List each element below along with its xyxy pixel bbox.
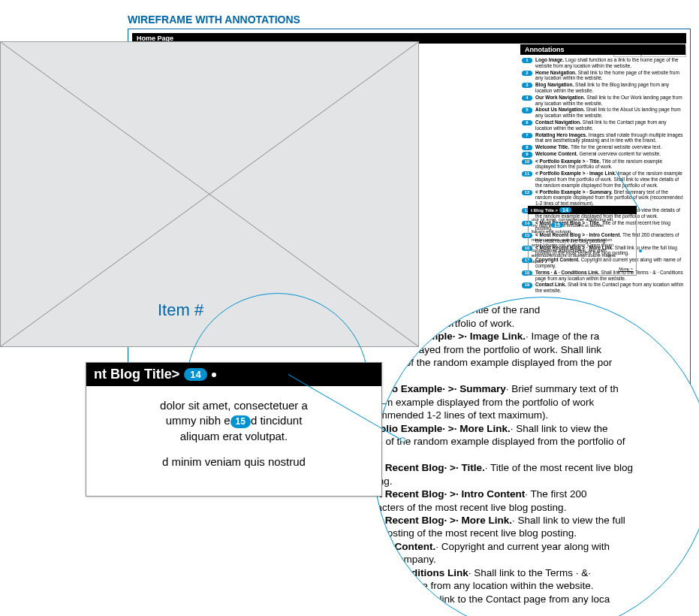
hero-image-placeholder: [0, 41, 419, 347]
annotation-row: 6Contact Navigation. Shall link to the C…: [522, 119, 684, 131]
connector-end-dot-icon: [400, 437, 405, 442]
annotations-header: Annotations: [520, 44, 685, 55]
annotation-row: 10< Portfolio Example > · Title. Title o…: [522, 159, 684, 171]
annotation-row: 2Home Navigation. Shall link to the home…: [522, 70, 684, 82]
annotation-row: 19Contact Link. Shall link to the Contac…: [522, 282, 684, 294]
mini-blog-more-link[interactable]: More >: [532, 267, 633, 272]
zoomed-blog-title: nt Blog Title>: [94, 367, 179, 382]
zoomed-blog-header: nt Blog Title> 14: [86, 363, 381, 386]
mini-blog-card: t Blog Title > 14 olor sit amet, consect…: [528, 206, 637, 276]
annotation-row: 8Welcome Title. Title for the general we…: [522, 144, 684, 150]
mini-blog-title: t Blog Title >: [531, 208, 558, 213]
mini-blog-badge: 14: [559, 207, 571, 213]
annotation-row: 11< Portfolio Example > · Image Link. Im…: [522, 171, 684, 188]
zoomed-blog-card: nt Blog Title> 14 dolor sit amet, consec…: [86, 362, 382, 497]
connector-dot-icon: [639, 249, 642, 252]
item-number-label: Item #: [158, 300, 203, 320]
annotation-row: 1Logo Image. Logo shall function as a li…: [522, 57, 684, 69]
zoomed-blog-badge: 14: [184, 368, 206, 381]
annotation-row: 9Welcome Content. General overview conte…: [522, 151, 684, 157]
annotation-row: 7Rotating Hero Images. Images shall rota…: [522, 132, 684, 144]
annotation-row: 12< Portfolio Example > · Summary. Brief…: [522, 189, 684, 207]
mini-blog-body: olor sit amet, consectetuer adipiscing e…: [528, 214, 637, 276]
annotation-row: 3Blog Navigation. Shall link to the Blog…: [522, 82, 684, 94]
callout-dot-icon: [212, 373, 216, 377]
annotation-row: 4Our Work Navigation. Shall link to the …: [522, 95, 684, 107]
page-heading: WIREFRAME WITH ANNOTATIONS: [128, 14, 300, 26]
annotation-row: 5About Us Navigation. Shall link to the …: [522, 107, 684, 119]
